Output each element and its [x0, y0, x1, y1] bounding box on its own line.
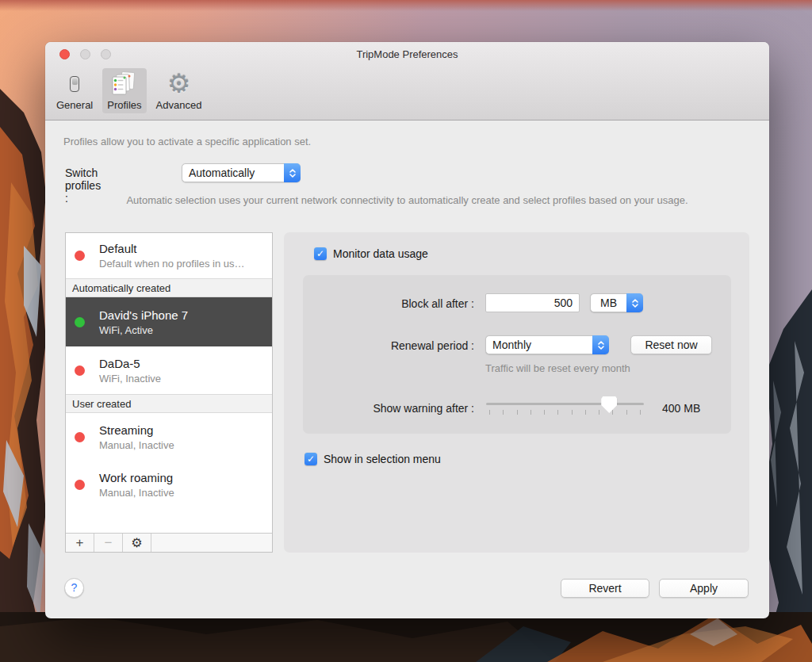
general-toggle-icon — [62, 71, 87, 97]
profiles-list: Default Default when no profiles in us… … — [65, 232, 273, 553]
profile-name: David's iPhone 7 — [99, 308, 272, 322]
chevron-updown-icon — [592, 335, 609, 354]
profile-row-streaming[interactable]: Streaming Manual, Inactive — [66, 413, 272, 461]
preferences-window: TripMode Preferences General — [45, 42, 769, 618]
status-dot-red-icon — [75, 365, 85, 376]
window-title: TripMode Preferences — [45, 48, 769, 60]
profile-row-default[interactable]: Default Default when no profiles in us… — [66, 233, 272, 278]
unit-value: MB — [591, 297, 626, 309]
tab-profiles[interactable]: Profiles — [102, 68, 146, 113]
list-action-bar: + − ⚙ — [66, 533, 272, 552]
profile-name: Default — [99, 242, 272, 255]
slider-ticks — [489, 410, 641, 415]
show-in-selection-menu-label: Show in selection menu — [324, 453, 441, 465]
apply-button[interactable]: Apply — [659, 579, 749, 598]
gear-icon: ⚙ — [167, 71, 192, 97]
renewal-period-dropdown[interactable]: Monthly — [485, 335, 609, 354]
profile-row-dada5[interactable]: DaDa-5 WiFi, Inactive — [66, 346, 272, 394]
profile-name: Work roaming — [99, 471, 272, 484]
desktop: TripMode Preferences General — [0, 0, 812, 662]
renewal-caption: Traffic will be reset every month — [485, 362, 630, 374]
block-all-after-label: Block all after : — [303, 297, 474, 310]
warning-slider[interactable] — [486, 396, 644, 420]
switch-profiles-dropdown[interactable]: Automatically — [182, 163, 301, 182]
show-in-selection-menu-checkbox[interactable]: ✓ — [304, 453, 317, 465]
profile-row-work-roaming[interactable]: Work roaming Manual, Inactive — [66, 461, 272, 508]
status-dot-green-icon — [75, 317, 85, 327]
toolbar-tabs: General — [52, 68, 206, 113]
revert-button[interactable]: Revert — [561, 579, 649, 598]
intro-text: Profiles allow you to activate a specifi… — [63, 136, 311, 147]
help-button[interactable]: ? — [64, 578, 84, 598]
profile-subtitle: WiFi, Active — [99, 324, 272, 336]
profile-subtitle: Default when no profiles in us… — [99, 258, 272, 270]
list-section-automatically-created: Automatically created — [66, 278, 272, 297]
chevron-updown-icon — [284, 163, 301, 182]
unit-dropdown[interactable]: MB — [590, 293, 643, 312]
profile-subtitle: Manual, Inactive — [99, 487, 272, 499]
warning-value: 400 MB — [662, 402, 700, 415]
status-dot-red-icon — [75, 251, 85, 261]
switch-profiles-value: Automatically — [182, 166, 284, 179]
tab-advanced[interactable]: ⚙ Advanced — [151, 68, 207, 113]
list-section-user-created: User created — [66, 394, 272, 413]
remove-profile-button[interactable]: − — [94, 534, 123, 552]
profiles-stack-icon — [112, 71, 137, 97]
renewal-period-label: Renewal period : — [303, 339, 474, 352]
add-profile-button[interactable]: + — [66, 534, 94, 552]
tab-general-label: General — [56, 99, 93, 111]
profile-row-davids-iphone[interactable]: David's iPhone 7 WiFi, Active — [66, 297, 272, 346]
show-warning-after-label: Show warning after : — [303, 402, 474, 415]
status-dot-red-icon — [75, 480, 85, 490]
profile-name: Streaming — [99, 423, 272, 437]
profile-actions-gear-button[interactable]: ⚙ — [123, 534, 151, 552]
reset-now-button[interactable]: Reset now — [630, 335, 712, 354]
profile-name: DaDa-5 — [99, 357, 272, 370]
monitor-data-usage-checkbox[interactable]: ✓ — [314, 247, 327, 260]
data-usage-settings-box: Block all after : 500 MB Renewal period … — [303, 275, 731, 434]
show-in-selection-menu-row: ✓ Show in selection menu — [304, 453, 441, 465]
slider-track — [486, 403, 644, 405]
automatic-selection-hint: Automatic selection uses your current ne… — [45, 194, 769, 206]
tab-general[interactable]: General — [52, 68, 98, 113]
tab-advanced-label: Advanced — [156, 99, 202, 111]
list-empty-space — [66, 508, 272, 533]
monitor-data-usage-label: Monitor data usage — [333, 247, 428, 260]
renewal-period-value: Monthly — [486, 339, 592, 351]
gear-icon: ⚙ — [131, 537, 142, 549]
tab-profiles-label: Profiles — [107, 99, 141, 111]
status-dot-red-icon — [75, 432, 85, 442]
profile-subtitle: Manual, Inactive — [99, 439, 272, 451]
block-all-after-input[interactable]: 500 — [485, 293, 580, 312]
chevron-updown-icon — [626, 293, 643, 312]
titlebar: TripMode Preferences General — [45, 42, 769, 121]
profile-subtitle: WiFi, Inactive — [99, 373, 272, 385]
monitor-data-usage-row: ✓ Monitor data usage — [314, 247, 428, 260]
profile-detail-panel: ✓ Monitor data usage Block all after : 5… — [284, 232, 749, 553]
